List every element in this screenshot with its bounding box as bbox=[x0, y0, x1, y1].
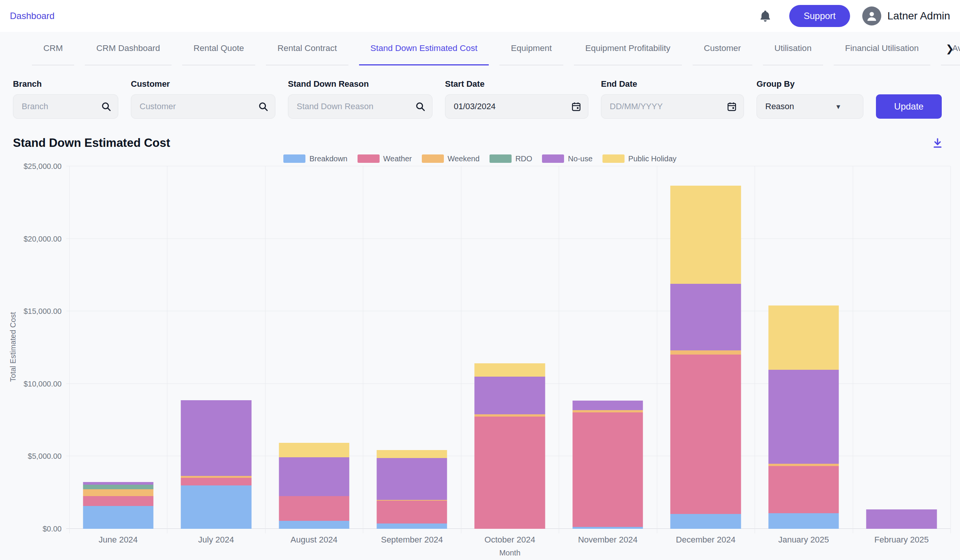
chart-column-june-2024: June 2024 bbox=[69, 166, 167, 529]
start-date-field: Start Date bbox=[445, 79, 589, 119]
top-bar: Dashboard Support Latner Admin bbox=[0, 0, 960, 32]
y-tick-label: $10,000.00 bbox=[24, 379, 62, 388]
group-by-select[interactable]: Reason ▾ bbox=[757, 94, 863, 119]
bar-segment-breakdown[interactable] bbox=[768, 513, 839, 529]
bar-segment-breakdown[interactable] bbox=[279, 521, 349, 529]
group-by-selected-value: Reason bbox=[765, 102, 794, 112]
group-by-label: Group By bbox=[757, 79, 863, 89]
calendar-icon[interactable] bbox=[726, 101, 737, 112]
tab-financial-utilisation[interactable]: Financial Utilisation bbox=[834, 32, 930, 66]
legend-item-weather[interactable]: Weather bbox=[358, 154, 412, 163]
bar-segment-public-holiday[interactable] bbox=[475, 363, 545, 377]
update-button[interactable]: Update bbox=[876, 94, 942, 119]
bar-segment-no-use[interactable] bbox=[376, 458, 447, 500]
customer-field: Customer bbox=[131, 79, 275, 119]
start-date-input[interactable] bbox=[445, 94, 589, 119]
tab-crm[interactable]: CRM bbox=[32, 32, 74, 66]
tab-customer[interactable]: Customer bbox=[693, 32, 753, 66]
calendar-icon[interactable] bbox=[571, 101, 582, 112]
bar-segment-no-use[interactable] bbox=[475, 377, 545, 414]
legend-label: Weekend bbox=[448, 154, 480, 163]
customer-label: Customer bbox=[131, 79, 275, 89]
breadcrumb-dashboard-link[interactable]: Dashboard bbox=[10, 11, 54, 21]
stand-down-reason-label: Stand Down Reason bbox=[288, 79, 432, 89]
chart-region: Total Estimated Cost Month $0.00$5,000.0… bbox=[0, 166, 960, 560]
tab-rental-quote[interactable]: Rental Quote bbox=[182, 32, 256, 66]
x-tick-label: November 2024 bbox=[559, 535, 656, 545]
y-tick-label: $0.00 bbox=[43, 525, 62, 533]
bar-segment-weekend[interactable] bbox=[83, 489, 153, 496]
bar-segment-public-holiday[interactable] bbox=[376, 450, 447, 458]
stacked-bar-november-2024 bbox=[573, 401, 643, 529]
bar-segment-public-holiday[interactable] bbox=[279, 443, 349, 457]
bar-segment-weather[interactable] bbox=[181, 478, 251, 485]
search-icon[interactable] bbox=[258, 101, 269, 112]
bar-segment-no-use[interactable] bbox=[670, 284, 741, 350]
x-tick-label: January 2025 bbox=[755, 535, 852, 545]
avatar[interactable] bbox=[862, 6, 881, 26]
bar-segment-weather[interactable] bbox=[83, 496, 153, 506]
legend-item-breakdown[interactable]: Breakdown bbox=[283, 154, 347, 163]
bar-segment-no-use[interactable] bbox=[866, 509, 937, 529]
bar-segment-public-holiday[interactable] bbox=[670, 186, 741, 284]
end-date-label: End Date bbox=[601, 79, 744, 89]
support-button[interactable]: Support bbox=[789, 5, 850, 27]
legend-swatch-rdo bbox=[490, 154, 512, 163]
bar-segment-breakdown[interactable] bbox=[376, 523, 447, 529]
legend-label: No-use bbox=[568, 154, 592, 163]
bar-segment-public-holiday[interactable] bbox=[768, 306, 839, 370]
y-tick-label: $25,000.00 bbox=[24, 162, 62, 171]
bar-segment-breakdown[interactable] bbox=[181, 485, 251, 529]
bar-segment-no-use[interactable] bbox=[768, 370, 839, 464]
legend-item-no-use[interactable]: No-use bbox=[542, 154, 592, 163]
search-icon[interactable] bbox=[101, 101, 112, 112]
bar-segment-breakdown[interactable] bbox=[83, 506, 153, 529]
bar-segment-weather[interactable] bbox=[475, 417, 545, 529]
tab-overflow-chevron-icon[interactable]: ❯ bbox=[943, 32, 956, 66]
stacked-bar-december-2024 bbox=[670, 186, 741, 529]
select-caret-icon: ▾ bbox=[837, 102, 840, 111]
chart-column-february-2025: February 2025 bbox=[853, 166, 950, 529]
stand-down-reason-input[interactable] bbox=[288, 94, 432, 119]
download-icon[interactable] bbox=[932, 138, 943, 149]
bar-segment-breakdown[interactable] bbox=[670, 514, 741, 529]
bar-segment-weather[interactable] bbox=[670, 355, 741, 514]
bar-segment-no-use[interactable] bbox=[573, 401, 643, 411]
tab-equipment[interactable]: Equipment bbox=[499, 32, 563, 66]
bar-segment-no-use[interactable] bbox=[83, 482, 153, 485]
bar-segment-no-use[interactable] bbox=[181, 400, 251, 476]
bar-segment-no-use[interactable] bbox=[279, 457, 349, 496]
tab-equipment-profitability[interactable]: Equipment Profitability bbox=[574, 32, 682, 66]
plot-area: Month $0.00$5,000.00$10,000.00$15,000.00… bbox=[69, 166, 950, 529]
customer-input[interactable] bbox=[131, 94, 275, 119]
stacked-bar-august-2024 bbox=[279, 443, 349, 529]
chart-column-september-2024: September 2024 bbox=[363, 166, 461, 529]
legend-swatch-weekend bbox=[422, 154, 444, 163]
tab-stand-down-estimated-cost[interactable]: Stand Down Estimated Cost bbox=[359, 32, 489, 66]
legend-item-public-holiday[interactable]: Public Holiday bbox=[602, 154, 677, 163]
y-axis-title: Total Estimated Cost bbox=[9, 312, 18, 382]
chart-column-october-2024: October 2024 bbox=[461, 166, 559, 529]
legend-item-rdo[interactable]: RDO bbox=[490, 154, 532, 163]
bar-segment-weather[interactable] bbox=[768, 466, 839, 513]
chart-column-august-2024: August 2024 bbox=[265, 166, 363, 529]
notifications-bell-icon[interactable] bbox=[759, 9, 772, 23]
end-date-input[interactable] bbox=[601, 94, 744, 119]
chart-column-november-2024: November 2024 bbox=[559, 166, 656, 529]
tab-crm-dashboard[interactable]: CRM Dashboard bbox=[85, 32, 171, 66]
branch-field: Branch bbox=[13, 79, 118, 119]
tab-utilisation[interactable]: Utilisation bbox=[763, 32, 823, 66]
bar-segment-weather[interactable] bbox=[573, 413, 643, 527]
bar-segment-weekend[interactable] bbox=[670, 350, 741, 355]
legend-item-weekend[interactable]: Weekend bbox=[422, 154, 480, 163]
bar-segment-rdo[interactable] bbox=[83, 485, 153, 489]
bar-segment-weather[interactable] bbox=[376, 501, 447, 523]
search-icon[interactable] bbox=[415, 101, 426, 112]
bar-segment-weather[interactable] bbox=[279, 496, 349, 521]
legend-swatch-no-use bbox=[542, 154, 564, 163]
legend-label: Public Holiday bbox=[628, 154, 677, 163]
legend-label: RDO bbox=[515, 154, 532, 163]
bar-segment-breakdown[interactable] bbox=[573, 527, 643, 529]
tab-rental-contract[interactable]: Rental Contract bbox=[266, 32, 348, 66]
legend-label: Breakdown bbox=[309, 154, 347, 163]
